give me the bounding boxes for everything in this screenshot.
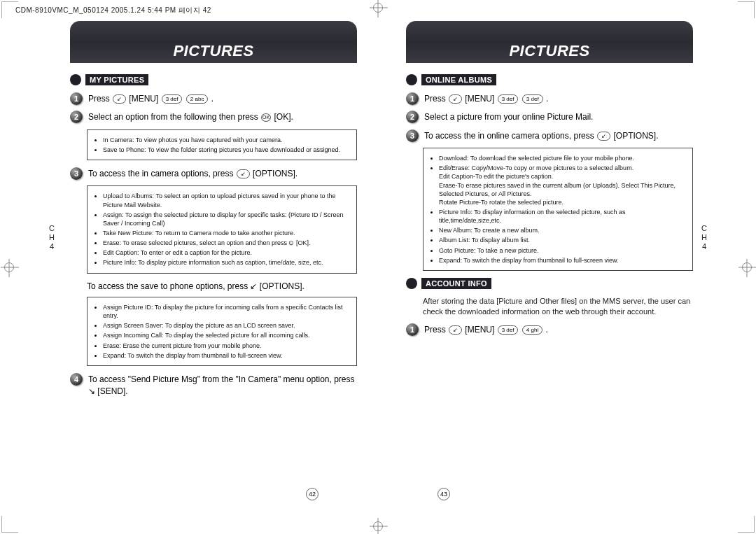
- paragraph: After storing the data [Picture and Othe…: [423, 296, 693, 318]
- chapter-marker: C H 4: [49, 224, 55, 252]
- keypad-key-icon: 3 def: [498, 94, 519, 104]
- softkey-icon: ↙: [449, 94, 462, 104]
- section-bullet-icon: [406, 278, 417, 289]
- list-item: Upload to Albums: To select an option to…: [103, 192, 349, 209]
- step-row: 2 Select an option from the following th…: [70, 111, 357, 123]
- step-number-icon: 4: [70, 373, 83, 386]
- list-item: Expand: To switch the display from thumb…: [439, 256, 685, 265]
- list-item: New Album: To create a new album.: [439, 226, 685, 234]
- step-text: Select a picture from your online Pictur…: [424, 111, 593, 123]
- registration-mark: [742, 262, 752, 272]
- keypad-key-icon: 3 def: [522, 94, 543, 104]
- softkey-icon: ↙: [113, 94, 126, 104]
- left-page: C H 4 PICTURES MY PICTURES 1 Press ↙ [ME…: [42, 21, 378, 492]
- step-text: Press ↙ [MENU] 3 def 3 def .: [424, 92, 548, 105]
- section-heading-my-pictures: MY PICTURES: [70, 74, 357, 85]
- list-item: Edit/Erase: Copy/Move-To copy or move pi…: [439, 164, 685, 206]
- list-item: Goto Picture: To take a new picture.: [439, 246, 685, 255]
- keypad-key-icon: 2 abc: [186, 94, 209, 104]
- info-box: Upload to Albums: To select an option to…: [87, 185, 357, 273]
- section-bullet-icon: [406, 74, 417, 85]
- list-item: Album List: To display album list.: [439, 236, 685, 244]
- step-text: To access the in online camera options, …: [424, 129, 658, 142]
- list-item: Erase: Erase the current picture from yo…: [103, 342, 349, 350]
- crop-mark: [1, 516, 18, 533]
- softkey-icon: ↙: [597, 132, 610, 141]
- crop-mark: [738, 516, 755, 533]
- print-header: CDM-8910VMC_M_050124 2005.1.24 5:44 PM 페…: [15, 6, 211, 15]
- right-page: C H 4 PICTURES ONLINE ALBUMS 1 Press ↙ […: [378, 21, 714, 492]
- list-item: Assign Picture ID: To display the pictur…: [103, 303, 349, 320]
- crop-mark: [738, 1, 755, 18]
- list-item: Assign Screen Saver: To display the pict…: [103, 321, 349, 330]
- step-number-icon: 1: [406, 323, 419, 336]
- section-label: ONLINE ALBUMS: [421, 74, 496, 85]
- keypad-key-icon: 3 def: [162, 94, 183, 104]
- registration-mark: [4, 262, 14, 272]
- registration-mark: [373, 521, 383, 531]
- section-bullet-icon: [70, 74, 81, 85]
- step-text: Press ↙ [MENU] 3 def 2 abc .: [88, 92, 214, 105]
- section-heading-account-info: ACCOUNT INFO: [406, 278, 693, 289]
- list-item: Take New Picture: To return to Camera mo…: [103, 229, 349, 237]
- softkey-icon: ↙: [237, 169, 250, 178]
- step-number-icon: 3: [406, 129, 419, 142]
- step-row: 2 Select a picture from your online Pict…: [406, 111, 693, 123]
- registration-mark: [373, 3, 383, 13]
- list-item: Assign: To assign the selected picture t…: [103, 211, 349, 227]
- section-label: MY PICTURES: [85, 74, 148, 85]
- info-box: Assign Picture ID: To display the pictur…: [87, 297, 357, 366]
- keypad-key-icon: 4 ghi: [522, 325, 542, 335]
- softkey-icon: ↙: [449, 325, 462, 335]
- page-spread: C H 4 PICTURES MY PICTURES 1 Press ↙ [ME…: [42, 21, 714, 492]
- info-box: Download: To download the selected pictu…: [423, 148, 693, 271]
- step-row: 1 Press ↙ [MENU] 3 def 3 def .: [406, 92, 693, 105]
- step-row: 3 To access the in online camera options…: [406, 129, 693, 142]
- step-text: To access "Send Picture Msg" from the "I…: [88, 373, 357, 398]
- list-item: Expand: To switch the display from thumb…: [103, 351, 349, 360]
- list-item: Download: To download the selected pictu…: [439, 154, 685, 162]
- page-number: 43: [438, 488, 450, 500]
- step-number-icon: 2: [70, 111, 83, 123]
- step-text: To access the in camera options, press ↙…: [88, 167, 298, 180]
- step-row: 4 To access "Send Picture Msg" from the …: [70, 373, 357, 398]
- step-number-icon: 3: [70, 167, 83, 180]
- keypad-key-icon: 3 def: [498, 325, 519, 335]
- page-number: 42: [306, 488, 318, 500]
- step-row: 1 Press ↙ [MENU] 3 def 2 abc .: [70, 92, 357, 105]
- list-item: Picture Info: To display information on …: [439, 208, 685, 225]
- page-title-banner: PICTURES: [406, 21, 693, 63]
- list-item: Save to Phone: To view the folder storin…: [103, 146, 349, 154]
- step-text: Select an option from the following then…: [88, 111, 293, 123]
- section-label: ACCOUNT INFO: [421, 278, 491, 289]
- list-item: Picture Info: To display picture informa…: [103, 258, 349, 267]
- list-item: Assign Incoming Call: To display the sel…: [103, 331, 349, 339]
- page-title-banner: PICTURES: [70, 21, 357, 63]
- step-number-icon: 1: [70, 92, 83, 105]
- step-row: 1 Press ↙ [MENU] 3 def 4 ghi .: [406, 323, 693, 336]
- section-heading-online-albums: ONLINE ALBUMS: [406, 74, 693, 85]
- chapter-marker: C H 4: [701, 224, 707, 252]
- step-row: 3 To access the in camera options, press…: [70, 167, 357, 180]
- page-number-row: 42 43: [42, 488, 714, 500]
- info-box: In Camera: To view photos you have captu…: [87, 129, 357, 160]
- paragraph: To access the save to phone options, pre…: [87, 281, 357, 293]
- step-text: Press ↙ [MENU] 3 def 4 ghi .: [424, 323, 548, 336]
- list-item: Edit Caption: To enter or edit a caption…: [103, 248, 349, 257]
- list-item: In Camera: To view photos you have captu…: [103, 136, 349, 144]
- step-number-icon: 2: [406, 111, 419, 123]
- step-number-icon: 1: [406, 92, 419, 105]
- list-item: Erase: To erase selected pictures, selec…: [103, 239, 349, 247]
- ok-key-icon: OK: [261, 113, 271, 122]
